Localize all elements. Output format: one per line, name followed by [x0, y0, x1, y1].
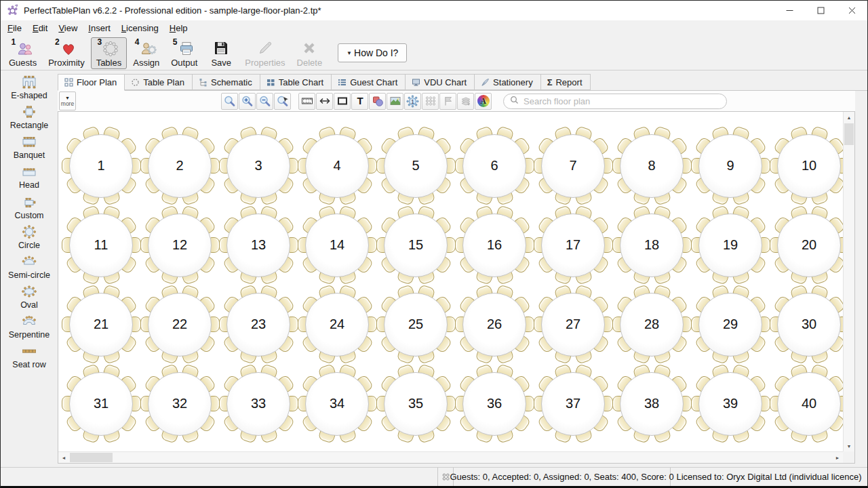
floor-plan-table[interactable]: 1 [62, 126, 140, 205]
ruler-button[interactable] [298, 93, 315, 110]
floor-plan-table[interactable]: 31 [62, 364, 140, 443]
floor-plan-table[interactable]: 40 [770, 364, 848, 443]
floor-plan-table[interactable]: 7 [534, 126, 612, 205]
shape-item-head[interactable]: Head [1, 165, 58, 191]
output-button[interactable]: 5 Output [165, 37, 203, 69]
floor-plan-table[interactable]: 6 [455, 126, 534, 205]
more-button[interactable]: ▼ more [59, 92, 76, 110]
tab-table-chart[interactable]: Table Chart [260, 74, 332, 90]
menu-licensing[interactable]: Licensing [116, 22, 164, 35]
floor-plan-table[interactable]: 8 [612, 126, 691, 205]
how-do-i-button[interactable]: ▼ How Do I? [338, 43, 407, 62]
horizontal-scrollbar[interactable]: ◄ ► [58, 451, 843, 463]
insert-seats-button[interactable] [422, 93, 439, 110]
floor-plan-table[interactable]: 38 [612, 364, 691, 443]
menu-insert[interactable]: Insert [83, 22, 116, 35]
shape-item-custom[interactable]: Custom [1, 195, 58, 222]
floor-plan-table[interactable]: 13 [219, 205, 298, 285]
resize-arrow-button[interactable] [316, 93, 333, 110]
floor-plan-table[interactable]: 12 [140, 205, 219, 285]
image-button[interactable] [387, 93, 403, 110]
tab-stationery[interactable]: Stationery [474, 74, 541, 90]
floor-plan-table[interactable]: 5 [376, 126, 455, 205]
vertical-scrollbar[interactable]: ▲ ▼ [843, 112, 854, 451]
maximize-button[interactable] [805, 1, 836, 20]
layers-button[interactable] [457, 93, 474, 110]
floor-plan-table[interactable]: 25 [376, 285, 455, 364]
zoom-in-button[interactable] [239, 93, 256, 110]
vertical-scroll-thumb[interactable] [844, 123, 854, 145]
horizontal-scroll-thumb[interactable] [70, 453, 113, 462]
properties-button[interactable]: Properties [239, 37, 290, 69]
tab-table-plan[interactable]: Table Plan [124, 74, 193, 90]
floor-plan-table[interactable]: 24 [298, 285, 376, 364]
floor-plan-table[interactable]: 32 [140, 364, 219, 443]
font-colour-button[interactable]: A [475, 93, 492, 110]
shape-item-circle[interactable]: Circle [1, 225, 58, 251]
tab-report[interactable]: ΣReport [540, 74, 591, 90]
delete-button[interactable]: Delete [292, 37, 328, 69]
floor-plan-table[interactable]: 2 [140, 126, 219, 205]
floor-plan-table[interactable]: 29 [691, 285, 770, 364]
minimize-button[interactable] [774, 1, 805, 20]
tab-floor-plan[interactable]: Floor Plan [58, 74, 125, 91]
tab-guest-chart[interactable]: Guest Chart [331, 74, 406, 90]
floor-plan-table[interactable]: 20 [770, 205, 848, 285]
shape-item-semi-circle[interactable]: Semi-circle [1, 255, 58, 281]
text-tool-button[interactable]: T [351, 93, 368, 110]
floor-plan-table[interactable]: 19 [691, 205, 770, 285]
proximity-button[interactable]: 2 Proximity [43, 37, 90, 69]
menu-file[interactable]: File [2, 22, 27, 35]
floor-plan-table[interactable]: 34 [298, 364, 376, 443]
insert-table-button[interactable]: 1 [404, 93, 421, 110]
shape-item-e-shaped[interactable]: E-shaped [1, 75, 58, 102]
menu-help[interactable]: Help [164, 22, 193, 35]
shape-item-oval[interactable]: Oval [1, 285, 58, 311]
floor-plan-table[interactable]: 14 [298, 205, 376, 285]
floor-plan-table[interactable]: 3 [219, 126, 298, 205]
close-button[interactable] [836, 1, 867, 20]
shape-item-banquet[interactable]: Banquet [1, 135, 58, 161]
floor-plan-table[interactable]: 35 [376, 364, 455, 443]
floor-plan-table[interactable]: 28 [612, 285, 691, 364]
floor-plan-table[interactable]: 10 [770, 126, 848, 205]
zoom-fit-button[interactable] [221, 93, 238, 110]
floor-plan-table[interactable]: 11 [62, 205, 140, 285]
shape-item-seat-row[interactable]: Seat row [1, 344, 58, 371]
floor-plan-table[interactable]: 4 [298, 126, 376, 205]
tab-schematic[interactable]: Schematic [192, 74, 260, 90]
floor-plan-table[interactable]: 22 [140, 285, 219, 364]
floor-plan-table[interactable]: 27 [534, 285, 612, 364]
guests-button[interactable]: 1 Guests [3, 37, 42, 69]
floor-plan-table[interactable]: 23 [219, 285, 298, 364]
scroll-down-arrow-icon[interactable]: ▼ [844, 441, 854, 451]
scroll-right-arrow-icon[interactable]: ► [832, 452, 843, 463]
floor-plan-table[interactable]: 37 [534, 364, 612, 443]
floor-plan-canvas[interactable]: 1234567891011121314151617181920212223242… [58, 111, 855, 464]
shape-item-serpentine[interactable]: Serpentine [1, 314, 58, 341]
scroll-up-arrow-icon[interactable]: ▲ [844, 112, 854, 123]
floor-plan-table[interactable]: 21 [62, 285, 140, 364]
floor-plan-table[interactable]: 17 [534, 205, 612, 285]
zoom-pointer-button[interactable] [274, 93, 291, 110]
floor-plan-table[interactable]: 26 [455, 285, 534, 364]
floor-plan-table[interactable]: 33 [219, 364, 298, 443]
floor-plan-table[interactable]: 39 [691, 364, 770, 443]
floor-plan-table[interactable]: 36 [455, 364, 534, 443]
search-input[interactable] [522, 96, 720, 107]
menu-edit[interactable]: Edit [27, 22, 53, 35]
menu-view[interactable]: View [53, 22, 83, 35]
scroll-left-arrow-icon[interactable]: ◄ [58, 452, 69, 463]
floor-plan-table[interactable]: 15 [376, 205, 455, 285]
save-button[interactable]: Save [203, 37, 239, 69]
shape-rectangle-button[interactable] [334, 93, 351, 110]
flag-button[interactable] [439, 93, 456, 110]
floor-plan-table[interactable]: 16 [455, 205, 534, 285]
shapes-button[interactable] [369, 93, 386, 110]
floor-plan-table[interactable]: 9 [691, 126, 770, 205]
assign-button[interactable]: 4 Assign [127, 37, 165, 69]
floor-plan-table[interactable]: 18 [612, 205, 691, 285]
floor-plan-table[interactable]: 30 [770, 285, 848, 364]
shape-item-rectangle[interactable]: Rectangle [1, 105, 58, 131]
tables-button[interactable]: 3 Tables [91, 37, 127, 69]
